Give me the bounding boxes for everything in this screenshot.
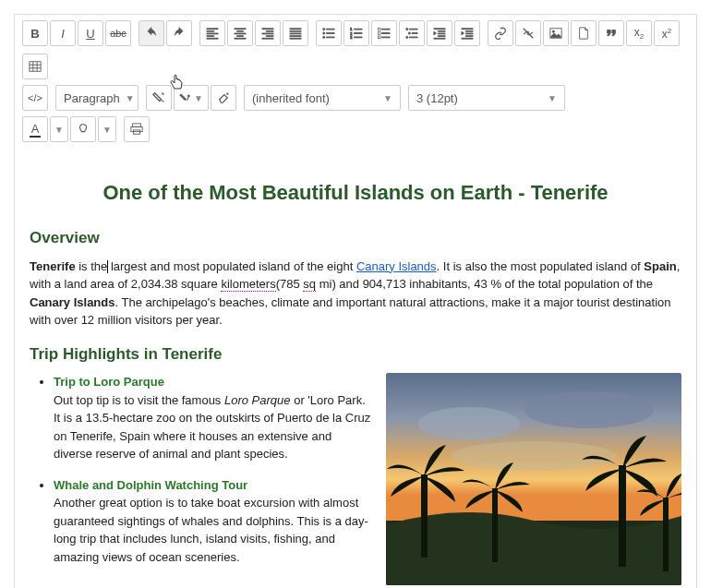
svg-point-11 xyxy=(406,36,408,38)
eraser-button[interactable] xyxy=(211,85,236,111)
svg-rect-25 xyxy=(492,488,498,562)
tenerife-sunset-image[interactable] xyxy=(386,373,681,585)
svg-rect-27 xyxy=(663,498,669,571)
editor-content-area[interactable]: One of the Most Beautiful Islands on Ear… xyxy=(15,151,696,588)
insert-link-button[interactable] xyxy=(488,20,513,46)
redo-button[interactable] xyxy=(166,20,192,46)
dropdown-arrow-icon: ▼ xyxy=(548,93,557,103)
font-family-select[interactable]: (inherited font) ▼ xyxy=(244,85,401,111)
highlight-color-button[interactable] xyxy=(70,116,96,142)
text-span[interactable]: Another great option is to take boat exc… xyxy=(54,496,368,564)
text-span[interactable]: Out top tip is to visit the famous xyxy=(54,393,224,407)
text-span[interactable]: (785 xyxy=(276,277,304,291)
text-bold[interactable]: Tenerife xyxy=(30,259,76,273)
svg-point-13 xyxy=(552,30,554,32)
insert-image-button[interactable] xyxy=(543,20,569,46)
svg-point-20 xyxy=(418,407,520,440)
print-button[interactable] xyxy=(124,116,150,142)
svg-rect-26 xyxy=(619,465,626,567)
svg-text:×: × xyxy=(187,93,190,98)
blockquote-button[interactable] xyxy=(598,20,624,46)
insert-table-button[interactable] xyxy=(22,54,48,79)
subscript-button[interactable]: x2 xyxy=(626,20,652,46)
highlight-title[interactable]: Trip to Loro Parque xyxy=(54,375,164,389)
outdent-button[interactable] xyxy=(427,20,452,46)
text-color-dropdown[interactable]: ▼ xyxy=(50,116,68,142)
svg-rect-8 xyxy=(378,36,380,39)
align-left-button[interactable] xyxy=(199,20,225,46)
align-right-button[interactable] xyxy=(255,20,281,46)
rich-text-editor: B I U abc 123 xyxy=(14,14,697,588)
underline-button[interactable]: U xyxy=(78,20,103,46)
text-span[interactable]: largest and most populated island of the… xyxy=(107,259,356,273)
article-title[interactable]: One of the Most Beautiful Islands on Ear… xyxy=(30,177,681,208)
insert-file-button[interactable] xyxy=(571,20,597,46)
svg-point-21 xyxy=(524,391,654,428)
text-span[interactable]: is the xyxy=(76,259,108,273)
toolbar-row-1: B I U abc 123 xyxy=(15,15,696,85)
highlight-color-dropdown[interactable]: ▼ xyxy=(98,116,116,142)
text-bold[interactable]: Canary Islands xyxy=(30,295,115,309)
bold-button[interactable]: B xyxy=(22,20,48,46)
svg-text:3: 3 xyxy=(350,35,353,40)
svg-rect-7 xyxy=(378,32,380,35)
canary-islands-link[interactable]: Canary Islands xyxy=(356,259,437,273)
dropdown-arrow-icon: ▼ xyxy=(383,93,392,103)
text-span[interactable]: mi) and 904,713 inhabitants, 43 % of the… xyxy=(316,277,653,291)
checklist-button[interactable] xyxy=(371,20,397,46)
text-span[interactable]: . It is also the most populated island o… xyxy=(437,259,645,273)
paragraph-format-select[interactable]: Paragraph ▼ xyxy=(55,85,139,111)
overview-paragraph[interactable]: Tenerife is the largest and most populat… xyxy=(30,258,681,330)
format-painter-button[interactable] xyxy=(146,85,172,111)
indent-button[interactable] xyxy=(454,20,480,46)
code-view-button[interactable]: </> xyxy=(22,85,48,111)
font-size-value: 3 (12pt) xyxy=(416,91,458,105)
text-bold[interactable]: Spain xyxy=(644,259,676,273)
highlight-title[interactable]: Whale and Dolphin Watching Tour xyxy=(54,478,247,492)
highlights-heading[interactable]: Trip Highlights in Tenerife xyxy=(30,342,681,366)
svg-rect-24 xyxy=(421,474,428,558)
svg-point-0 xyxy=(323,29,325,30)
superscript-button[interactable]: x2 xyxy=(654,20,680,46)
font-size-select[interactable]: 3 (12pt) ▼ xyxy=(408,85,565,111)
italic-button[interactable]: I xyxy=(50,20,76,46)
remove-link-button[interactable] xyxy=(515,20,541,46)
text-span[interactable]: . The archipelago's beaches, climate and… xyxy=(30,295,671,328)
overview-heading[interactable]: Overview xyxy=(30,226,681,250)
indent-list-button[interactable] xyxy=(399,20,425,46)
strikethrough-button[interactable]: abc xyxy=(105,20,131,46)
svg-rect-16 xyxy=(133,124,141,127)
svg-point-2 xyxy=(323,36,325,38)
text-italic[interactable]: Loro Parque xyxy=(224,393,291,407)
svg-point-9 xyxy=(406,29,408,30)
align-center-button[interactable] xyxy=(227,20,253,46)
spellcheck-word[interactable]: sq xyxy=(303,277,316,292)
svg-point-1 xyxy=(323,32,325,34)
svg-point-10 xyxy=(408,32,410,34)
align-justify-button[interactable] xyxy=(283,20,308,46)
ordered-list-button[interactable]: 123 xyxy=(343,20,369,46)
svg-rect-17 xyxy=(131,126,142,131)
font-family-value: (inherited font) xyxy=(252,91,330,105)
toolbar-row-3: A ▼ ▼ xyxy=(15,116,696,151)
undo-button[interactable] xyxy=(139,20,164,46)
text-color-button[interactable]: A xyxy=(22,116,48,142)
svg-rect-6 xyxy=(378,28,380,30)
svg-rect-14 xyxy=(30,62,41,72)
toolbar-row-2: </> Paragraph ▼ ×▼ (inherited font) ▼ 3 … xyxy=(15,85,696,116)
dropdown-arrow-icon: ▼ xyxy=(126,93,135,103)
spellcheck-word[interactable]: kilometers xyxy=(221,277,275,292)
unordered-list-button[interactable] xyxy=(316,20,342,46)
clear-formatting-button[interactable]: ×▼ xyxy=(174,85,209,111)
paragraph-format-value: Paragraph xyxy=(64,91,120,105)
